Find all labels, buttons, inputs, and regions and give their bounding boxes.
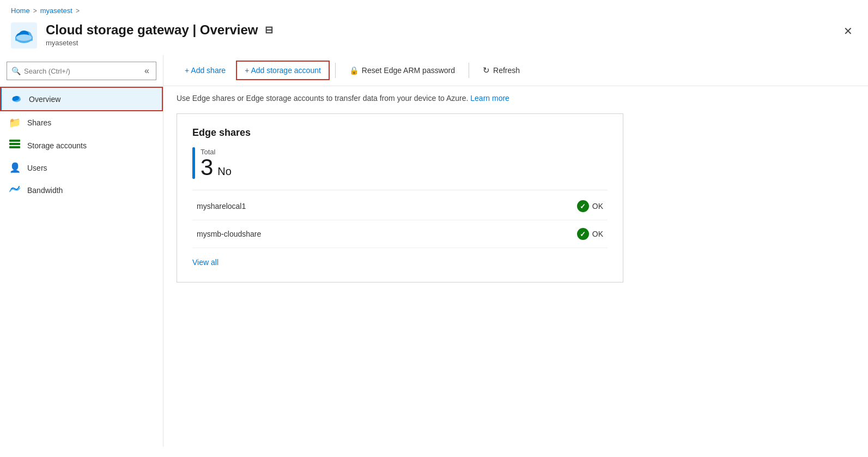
sidebar: 🔍 « Overview 📁 Shares bbox=[0, 55, 163, 447]
reset-arm-button[interactable]: 🔒 Reset Edge ARM password bbox=[341, 61, 463, 80]
edge-shares-card: Edge shares Total 3 No mysharelocal1 bbox=[177, 113, 623, 282]
status-ok-icon-1: ✓ bbox=[577, 200, 589, 212]
toolbar-divider bbox=[335, 63, 336, 78]
share-status-2: ✓ OK bbox=[577, 228, 603, 240]
card-title: Edge shares bbox=[192, 127, 608, 139]
description-bar: Use Edge shares or Edge storage accounts… bbox=[163, 86, 868, 108]
search-input[interactable] bbox=[24, 67, 139, 75]
sidebar-item-bandwidth[interactable]: Bandwidth bbox=[0, 179, 163, 201]
breadcrumb: Home > myasetest > bbox=[0, 0, 868, 18]
table-row: mysharelocal1 ✓ OK bbox=[192, 193, 608, 220]
svg-point-10 bbox=[14, 96, 19, 100]
learn-more-link[interactable]: Learn more bbox=[470, 94, 509, 103]
breadcrumb-sep-2: > bbox=[76, 7, 80, 15]
status-label-2: OK bbox=[592, 230, 603, 238]
sidebar-item-overview-label: Overview bbox=[29, 95, 60, 104]
refresh-icon: ↻ bbox=[483, 65, 490, 75]
breadcrumb-home[interactable]: Home bbox=[11, 7, 30, 15]
breadcrumb-myasetest[interactable]: myasetest bbox=[40, 7, 72, 15]
bandwidth-icon bbox=[9, 184, 21, 196]
sidebar-search-container: 🔍 « bbox=[7, 62, 156, 80]
breadcrumb-sep-1: > bbox=[33, 7, 37, 15]
toolbar: + Add share + Add storage account 🔒 Rese… bbox=[163, 55, 868, 86]
search-icon: 🔍 bbox=[11, 67, 21, 75]
sidebar-item-bandwidth-label: Bandwidth bbox=[27, 186, 63, 195]
svg-point-6 bbox=[16, 34, 32, 41]
status-label-1: OK bbox=[592, 202, 603, 211]
add-storage-account-button[interactable]: + Add storage account bbox=[236, 61, 330, 80]
svg-rect-13 bbox=[9, 146, 20, 148]
total-number: 3 bbox=[201, 156, 213, 179]
sidebar-item-shares[interactable]: 📁 Shares bbox=[0, 111, 163, 134]
share-name-2: mysmb-cloudshare bbox=[197, 230, 577, 238]
shares-icon: 📁 bbox=[9, 117, 21, 129]
page-subtitle: myasetest bbox=[46, 39, 830, 47]
page-header: Cloud storage gateway | Overview ⊟ myase… bbox=[0, 18, 868, 55]
table-row: mysmb-cloudshare ✓ OK bbox=[192, 220, 608, 248]
refresh-button[interactable]: ↻ Refresh bbox=[475, 61, 528, 80]
lock-icon: 🔒 bbox=[349, 66, 359, 75]
page-title-area: Cloud storage gateway | Overview ⊟ myase… bbox=[46, 22, 830, 47]
close-button[interactable]: ✕ bbox=[839, 22, 857, 40]
total-bar bbox=[192, 147, 195, 179]
content-area: + Add share + Add storage account 🔒 Rese… bbox=[163, 55, 868, 447]
sidebar-item-shares-label: Shares bbox=[27, 118, 51, 127]
view-all-link[interactable]: View all bbox=[192, 258, 218, 267]
page-icon bbox=[11, 22, 37, 49]
sidebar-item-users-label: Users bbox=[27, 164, 47, 172]
total-row: Total 3 No bbox=[192, 147, 608, 179]
page-title: Cloud storage gateway | Overview ⊟ bbox=[46, 22, 830, 38]
overview-icon bbox=[10, 92, 22, 106]
share-name-1: mysharelocal1 bbox=[197, 202, 577, 211]
toolbar-divider-2 bbox=[469, 63, 469, 78]
total-num-group: Total 3 No bbox=[201, 148, 232, 179]
svg-rect-11 bbox=[9, 140, 20, 142]
sidebar-item-overview[interactable]: Overview bbox=[0, 87, 163, 111]
collapse-button[interactable]: « bbox=[142, 65, 151, 77]
status-ok-icon-2: ✓ bbox=[577, 228, 589, 240]
sidebar-item-storage-accounts-label: Storage accounts bbox=[27, 141, 87, 150]
description-text: Use Edge shares or Edge storage accounts… bbox=[177, 94, 468, 103]
page-wrapper: Home > myasetest > Cloud storage gateway… bbox=[0, 0, 868, 457]
total-suffix: No bbox=[217, 165, 232, 178]
storage-accounts-icon bbox=[9, 140, 21, 151]
svg-rect-12 bbox=[9, 143, 20, 145]
share-status-1: ✓ OK bbox=[577, 200, 603, 212]
sidebar-item-users[interactable]: 👤 Users bbox=[0, 157, 163, 179]
sidebar-item-storage-accounts[interactable]: Storage accounts bbox=[0, 134, 163, 157]
users-icon: 👤 bbox=[9, 162, 21, 173]
main-layout: 🔍 « Overview 📁 Shares bbox=[0, 55, 868, 447]
total-value-row: 3 No bbox=[201, 156, 232, 179]
add-share-button[interactable]: + Add share bbox=[177, 61, 234, 80]
share-list: mysharelocal1 ✓ OK mysmb-cloudshare ✓ OK bbox=[192, 190, 608, 248]
print-icon[interactable]: ⊟ bbox=[265, 24, 273, 36]
